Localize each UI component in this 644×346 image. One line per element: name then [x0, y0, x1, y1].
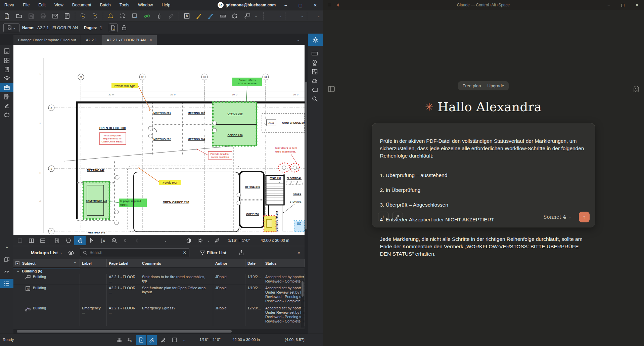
tab-a221[interactable]: A2.2.1: [81, 35, 102, 45]
spaces-pin-icon[interactable]: [308, 58, 321, 67]
attachment-button[interactable]: [153, 11, 165, 21]
lock-icon[interactable]: [122, 25, 127, 31]
select-text-icon[interactable]: A: [97, 236, 108, 245]
layers-icon[interactable]: [0, 74, 13, 83]
account-button[interactable]: R gdemone@bluebeam.com: [218, 2, 276, 8]
menu-revu[interactable]: Revu: [0, 0, 18, 10]
export-summary-icon[interactable]: [239, 250, 244, 255]
column-comments[interactable]: Comments: [140, 259, 213, 267]
print-button[interactable]: [38, 11, 49, 21]
sidebar-toggle-icon[interactable]: [328, 86, 335, 92]
markups-list-panel-icon[interactable]: [0, 279, 13, 288]
gauge-panel-icon[interactable]: [0, 267, 13, 276]
pen-mode-icon[interactable]: [158, 335, 168, 345]
email-button[interactable]: [50, 11, 61, 21]
save-button[interactable]: [26, 11, 37, 21]
select-tool-icon[interactable]: [86, 236, 97, 245]
claude-minimize-button[interactable]: –: [602, 0, 616, 10]
new-document-button[interactable]: [1, 11, 13, 21]
page-stack-icon[interactable]: [308, 76, 321, 85]
incognito-ghost-icon[interactable]: [633, 85, 639, 92]
markup-row[interactable]: A Building A2.2.1 - FLOOR ... See furnit…: [13, 285, 305, 305]
group-collapse-icon[interactable]: ⌄: [17, 269, 19, 273]
claude-close-button[interactable]: ✕: [630, 0, 644, 10]
layout-icon[interactable]: [308, 67, 321, 76]
close-button[interactable]: ✕: [308, 0, 323, 10]
measure-tool[interactable]: [217, 11, 229, 21]
menu-document[interactable]: Document: [68, 0, 96, 10]
signatures-icon[interactable]: [0, 101, 13, 110]
contrast-icon[interactable]: [183, 236, 194, 245]
prompt-input-card[interactable]: Prüfe in der aktiven PDF-Datei den volls…: [372, 123, 595, 227]
add-page-button[interactable]: [109, 24, 118, 32]
menu-help[interactable]: Help: [157, 0, 175, 10]
markups-hscrollbar[interactable]: [13, 329, 305, 334]
markup-row[interactable]: Building A2.2.1 - FLOOR ... Stair doors …: [13, 274, 305, 285]
markup-office-cloud[interactable]: [213, 102, 257, 146]
menu-tools[interactable]: Tools: [115, 0, 134, 10]
tag-icon[interactable]: [308, 85, 321, 94]
menu-edit[interactable]: Edit: [34, 0, 50, 10]
send-button[interactable]: ↑: [579, 212, 590, 222]
split-vertical-icon[interactable]: [26, 236, 37, 245]
properties-gear-icon[interactable]: [308, 34, 323, 46]
resize-grip[interactable]: ⣠: [319, 342, 322, 345]
chevron-down-icon[interactable]: ⌄: [316, 14, 321, 18]
bookmarks-icon[interactable]: [0, 65, 13, 74]
pan-tool-icon[interactable]: [74, 236, 86, 245]
chevron-down-icon[interactable]: ⌄: [254, 14, 259, 18]
column-author[interactable]: Author: [213, 259, 245, 267]
brightness-icon[interactable]: [194, 236, 206, 245]
markup-row[interactable]: Building Emergency ... A2.2.1 - FLOOR ..…: [13, 305, 305, 326]
snap-to-content-icon[interactable]: S: [136, 335, 146, 345]
single-page-icon[interactable]: [14, 236, 26, 245]
prompt-text[interactable]: Prüfe in der aktiven PDF-Datei den volls…: [380, 130, 587, 270]
insert-page-button[interactable]: [129, 11, 141, 21]
filter-list-button[interactable]: Filter List: [200, 250, 227, 255]
file-access-icon[interactable]: [0, 47, 13, 56]
markup-ada-note[interactable]: Ensure offices ADA accessible: [232, 78, 262, 101]
clear-search-icon[interactable]: ✕: [183, 250, 186, 255]
panel-expand-icon[interactable]: »: [0, 243, 13, 252]
export-button[interactable]: [89, 11, 101, 21]
spaces-icon[interactable]: [0, 110, 13, 119]
zoom-tool-icon[interactable]: [108, 236, 120, 245]
column-status[interactable]: Status: [263, 259, 305, 267]
prev-page-icon[interactable]: [131, 236, 143, 245]
column-subject[interactable]: – Subject ⌃: [13, 259, 80, 267]
tab-close-icon[interactable]: ✕: [149, 38, 152, 42]
tab-change-order[interactable]: Change Order Template Filled out: [13, 35, 81, 45]
chevron-down-icon[interactable]: ⌄: [206, 239, 211, 243]
markup-yellow-zone[interactable]: [264, 216, 276, 232]
snap-toggle-icon[interactable]: S: [125, 335, 135, 345]
menu-batch[interactable]: Batch: [96, 0, 115, 10]
group-row-building[interactable]: ⌄ Building (6): [13, 268, 80, 274]
hide-markups-icon[interactable]: [68, 250, 75, 255]
snapshot-button[interactable]: [117, 11, 129, 21]
sets-button[interactable]: [61, 11, 73, 21]
sync-views-icon[interactable]: [170, 335, 180, 345]
tab-list-chevron-icon[interactable]: ⌄: [297, 38, 300, 42]
chevron-down-icon[interactable]: ⌄: [278, 14, 283, 18]
upgrade-link[interactable]: Upgrade: [488, 83, 504, 88]
hyperlink-button[interactable]: [141, 11, 153, 21]
callout-tool[interactable]: [241, 11, 253, 21]
column-page-label[interactable]: Page Label: [107, 259, 140, 267]
tool-chest-icon[interactable]: [0, 83, 13, 92]
chevron-down-icon[interactable]: ⌄: [300, 14, 305, 18]
highlight-tool[interactable]: [205, 11, 217, 21]
first-page-icon[interactable]: [120, 236, 131, 245]
menu-view[interactable]: View: [50, 0, 68, 10]
grid-toggle-icon[interactable]: [114, 335, 124, 345]
polygon-tool[interactable]: [229, 11, 241, 21]
snap-to-markup-icon[interactable]: S: [147, 335, 157, 345]
pen-tool[interactable]: [193, 11, 204, 21]
menu-window[interactable]: Window: [134, 0, 157, 10]
flag-button[interactable]: [105, 11, 117, 21]
collapse-panel-icon[interactable]: «: [297, 250, 300, 255]
pdf-canvas[interactable]: L K H G: [13, 45, 305, 235]
search-panel-icon[interactable]: [308, 94, 321, 103]
fit-width-icon[interactable]: [63, 236, 74, 245]
menu-file[interactable]: File: [18, 0, 34, 10]
markups-list-title[interactable]: Markups List ⌄: [31, 250, 62, 255]
